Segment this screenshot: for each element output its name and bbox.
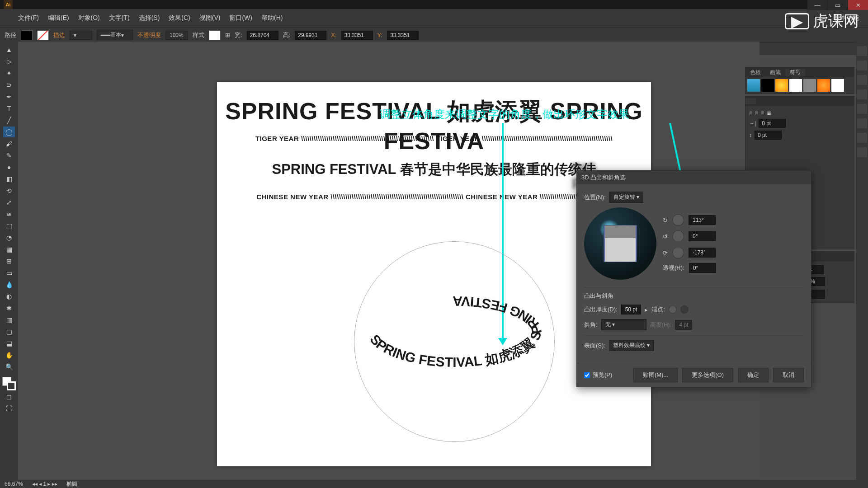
symbol-2[interactable] bbox=[761, 79, 774, 92]
rotate-z-input[interactable]: -178° bbox=[689, 248, 716, 258]
preview-checkbox[interactable] bbox=[584, 372, 590, 378]
magic-wand-tool[interactable]: ✦ bbox=[3, 68, 15, 79]
opacity-value[interactable]: 100% bbox=[165, 31, 188, 40]
depth-input[interactable]: 50 pt bbox=[621, 305, 642, 314]
maximize-button[interactable]: ▭ bbox=[827, 0, 848, 10]
h-input[interactable]: 29.9931 bbox=[295, 31, 326, 40]
stroke-label[interactable]: 描边 bbox=[53, 31, 65, 39]
width-tool[interactable]: ≋ bbox=[3, 209, 15, 220]
position-select[interactable]: 自定旋转 ▾ bbox=[609, 192, 643, 203]
screen-mode[interactable]: ⛶ bbox=[3, 403, 15, 414]
align-left-icon[interactable]: ≡ bbox=[749, 110, 752, 116]
symbol-6[interactable] bbox=[817, 79, 830, 92]
cap-on-icon[interactable] bbox=[669, 305, 677, 314]
style-swatch[interactable] bbox=[209, 30, 221, 40]
rotate-z-dial[interactable] bbox=[672, 247, 684, 258]
artboard-tool[interactable]: ▢ bbox=[3, 326, 15, 337]
dock-layers-icon[interactable] bbox=[857, 133, 867, 143]
fill-stroke-indicator[interactable] bbox=[2, 377, 16, 390]
opacity-label[interactable]: 不透明度 bbox=[137, 31, 161, 39]
map-art-button[interactable]: 贴图(M)... bbox=[633, 368, 678, 382]
perspective-grid-tool[interactable]: ▦ bbox=[3, 244, 15, 255]
symbol-sprayer-tool[interactable]: ✱ bbox=[3, 303, 15, 314]
menu-object[interactable]: 对象(O) bbox=[78, 14, 100, 22]
stroke-profile[interactable]: ━━━ 基本 ▾ bbox=[97, 30, 133, 40]
ellipse-tool[interactable]: ◯ bbox=[3, 127, 15, 137]
zoom-tool[interactable]: 🔍 bbox=[3, 361, 15, 372]
menu-file[interactable]: 文件(F) bbox=[18, 14, 39, 22]
eraser-tool[interactable]: ◧ bbox=[3, 174, 15, 184]
draw-mode-normal[interactable]: ◻ bbox=[3, 391, 15, 402]
column-graph-tool[interactable]: ▥ bbox=[3, 314, 15, 325]
coord-icon[interactable]: ⊞ bbox=[225, 32, 230, 38]
menu-window[interactable]: 窗口(W) bbox=[229, 14, 252, 22]
dock-transform-icon[interactable] bbox=[857, 147, 867, 157]
direct-selection-tool[interactable]: ▷ bbox=[3, 56, 15, 67]
tab-brushes[interactable]: 画笔 bbox=[765, 69, 785, 76]
bevel-select[interactable]: 无 ▾ bbox=[601, 319, 646, 330]
fill-swatch[interactable] bbox=[21, 30, 33, 40]
ok-button[interactable]: 确定 bbox=[738, 368, 769, 382]
cancel-button[interactable]: 取消 bbox=[773, 368, 804, 382]
artboard-nav[interactable]: ◂◂ ◂ 1 ▸ ▸▸ bbox=[32, 481, 57, 487]
symbol-3[interactable] bbox=[775, 79, 788, 92]
dock-gradient-icon[interactable] bbox=[857, 75, 867, 85]
lasso-tool[interactable]: ⊃ bbox=[3, 80, 15, 90]
rotate-y-input[interactable]: 0° bbox=[689, 231, 716, 241]
menu-select[interactable]: 选择(S) bbox=[139, 14, 160, 22]
blend-tool[interactable]: ◐ bbox=[3, 291, 15, 302]
perspective-input[interactable]: 0° bbox=[689, 263, 716, 273]
space-before-input[interactable]: 0 pt bbox=[755, 131, 782, 140]
line-tool[interactable]: ╱ bbox=[3, 115, 15, 126]
y-input[interactable]: 33.3351 bbox=[387, 31, 419, 40]
slice-tool[interactable]: ⬓ bbox=[3, 338, 15, 349]
type-tool[interactable]: T bbox=[3, 103, 15, 114]
cap-off-icon[interactable] bbox=[680, 305, 689, 314]
symbol-4[interactable] bbox=[789, 79, 802, 92]
scale-tool[interactable]: ⤢ bbox=[3, 197, 15, 208]
dock-transparency-icon[interactable] bbox=[857, 89, 867, 99]
pencil-tool[interactable]: ✎ bbox=[3, 150, 15, 161]
zoom-level[interactable]: 66.67% bbox=[5, 481, 23, 487]
blob-brush-tool[interactable]: ● bbox=[3, 162, 15, 173]
surface-select[interactable]: 塑料效果底纹 ▾ bbox=[609, 340, 654, 351]
more-options-button[interactable]: 更多选项(O) bbox=[682, 368, 733, 382]
indent-left-input[interactable]: 0 pt bbox=[759, 119, 786, 128]
selection-tool[interactable]: ▲ bbox=[3, 44, 15, 55]
eyedropper-tool[interactable]: 💧 bbox=[3, 279, 15, 290]
rotate-y-dial[interactable] bbox=[672, 230, 684, 242]
menu-view[interactable]: 视图(V) bbox=[199, 14, 221, 22]
tab-align[interactable] bbox=[745, 98, 756, 104]
pen-tool[interactable]: ✒ bbox=[3, 91, 15, 102]
stroke-swatch[interactable] bbox=[37, 30, 49, 40]
menu-effect[interactable]: 效果(C) bbox=[169, 14, 190, 22]
stroke-weight[interactable]: ▾ bbox=[70, 31, 92, 40]
rotate-x-dial[interactable] bbox=[672, 214, 684, 226]
symbol-7[interactable] bbox=[831, 79, 844, 92]
free-transform-tool[interactable]: ⬚ bbox=[3, 221, 15, 231]
paintbrush-tool[interactable]: 🖌 bbox=[3, 138, 15, 149]
gradient-tool[interactable]: ▭ bbox=[3, 267, 15, 278]
menu-edit[interactable]: 编辑(E) bbox=[48, 14, 69, 22]
symbol-1[interactable] bbox=[747, 79, 760, 92]
align-center-icon[interactable]: ≡ bbox=[755, 110, 758, 116]
rotate-tool[interactable]: ⟲ bbox=[3, 185, 15, 196]
hand-tool[interactable]: ✋ bbox=[3, 350, 15, 361]
mesh-tool[interactable]: ⊞ bbox=[3, 256, 15, 267]
minimize-button[interactable]: — bbox=[807, 0, 827, 10]
tab-symbols[interactable]: 符号 bbox=[785, 69, 805, 76]
shape-builder-tool[interactable]: ◔ bbox=[3, 232, 15, 243]
rotate-x-input[interactable]: 113° bbox=[689, 215, 716, 225]
x-input[interactable]: 33.3351 bbox=[341, 31, 373, 40]
rotation-trackball[interactable] bbox=[584, 207, 656, 280]
dock-color-icon[interactable] bbox=[857, 46, 867, 56]
w-input[interactable]: 26.8704 bbox=[247, 31, 278, 40]
dock-stroke-icon[interactable] bbox=[857, 61, 867, 70]
justify-icon[interactable]: ≣ bbox=[767, 110, 771, 116]
menu-help[interactable]: 帮助(H) bbox=[261, 14, 283, 22]
symbol-5[interactable] bbox=[803, 79, 816, 92]
close-button[interactable]: ✕ bbox=[848, 0, 868, 10]
tab-swatches[interactable]: 色板 bbox=[745, 69, 765, 76]
align-right-icon[interactable]: ≡ bbox=[761, 110, 764, 116]
dock-graphic-styles-icon[interactable] bbox=[857, 118, 867, 128]
